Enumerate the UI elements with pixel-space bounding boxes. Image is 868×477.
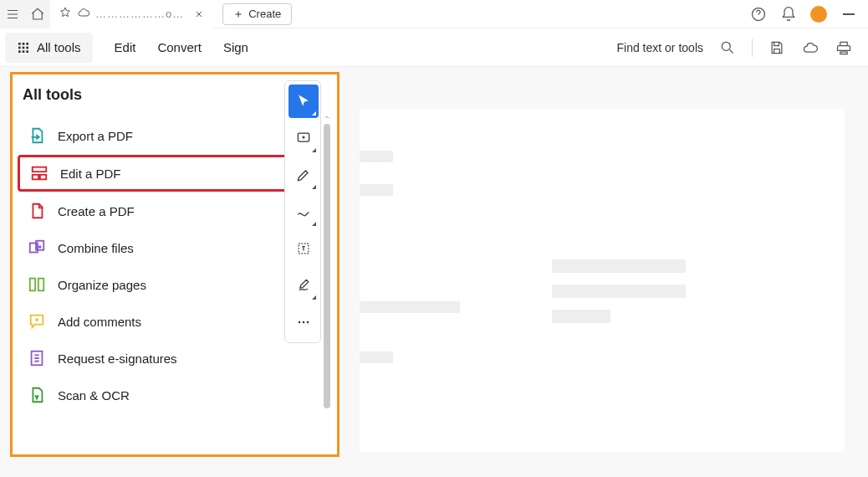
menu-convert[interactable]: Convert <box>157 40 202 54</box>
svg-point-21 <box>299 321 301 324</box>
combine-icon <box>28 238 46 257</box>
more-tools-icon <box>295 314 312 331</box>
panel-scrollbar[interactable] <box>322 112 332 447</box>
create-button[interactable]: Create <box>222 3 292 25</box>
tool-label: Scan & OCR <box>58 388 130 403</box>
svg-rect-12 <box>33 175 38 180</box>
search-label[interactable]: Find text or tools <box>617 41 704 54</box>
search-icon[interactable] <box>718 38 737 57</box>
select-tool-icon <box>295 93 312 110</box>
vertical-toolbar <box>284 80 321 343</box>
more-tools-button[interactable] <box>288 305 319 339</box>
highlight-tool-icon <box>295 167 312 183</box>
tool-create-pdf[interactable]: Create a PDF <box>18 192 317 229</box>
esign-icon <box>28 349 46 367</box>
tool-label: Add comments <box>58 315 141 329</box>
close-tab-button[interactable] <box>191 6 207 23</box>
menu-bar-right: Find text or tools <box>617 38 869 57</box>
document-viewport[interactable] <box>360 109 845 452</box>
svg-rect-9 <box>26 50 28 53</box>
highlight-tool-button[interactable] <box>288 158 319 192</box>
placeholder <box>552 310 610 323</box>
placeholder <box>552 259 686 273</box>
placeholder <box>360 184 393 196</box>
help-icon[interactable] <box>749 5 768 23</box>
edit-pdf-icon <box>30 164 49 182</box>
tool-add-comments[interactable]: Add comments <box>18 303 317 340</box>
tool-label: Edit a PDF <box>60 167 121 181</box>
tool-label: Request e-signatures <box>58 351 177 366</box>
menu-bar: All tools Edit Convert Sign Find text or… <box>0 28 868 67</box>
content-area: All tools Export a PDF Edit a PDF Create… <box>0 67 868 477</box>
tool-export-pdf[interactable]: Export a PDF <box>18 117 317 154</box>
tool-label: Create a PDF <box>58 204 135 218</box>
svg-rect-5 <box>23 46 25 49</box>
export-pdf-icon <box>28 126 46 145</box>
svg-point-23 <box>307 321 309 324</box>
svg-rect-4 <box>18 46 21 49</box>
title-bar-left <box>0 0 50 28</box>
tool-label: Export a PDF <box>58 129 133 143</box>
profile-avatar[interactable] <box>809 5 828 23</box>
select-tool-button[interactable] <box>288 85 319 118</box>
all-tools-button[interactable]: All tools <box>5 33 93 63</box>
placeholder <box>360 301 460 313</box>
svg-point-10 <box>722 42 730 50</box>
tool-label: Combine files <box>58 241 134 255</box>
add-text-box-icon <box>295 130 312 146</box>
panel-title: All tools <box>23 86 82 104</box>
svg-point-22 <box>303 321 305 324</box>
tool-combine-files[interactable]: Combine files <box>18 229 317 266</box>
menu-edit[interactable]: Edit <box>115 40 136 54</box>
svg-rect-16 <box>30 279 35 291</box>
notifications-icon[interactable] <box>779 5 798 23</box>
title-bar: ………………o… Create <box>0 0 868 28</box>
organize-icon <box>28 275 46 294</box>
comment-icon <box>28 312 46 331</box>
divider <box>752 38 753 57</box>
title-bar-right <box>749 5 868 23</box>
tool-request-esignatures[interactable]: Request e-signatures <box>18 340 317 377</box>
tab-title: ………………o… <box>95 8 184 20</box>
draw-tool-button[interactable] <box>288 195 319 228</box>
svg-rect-8 <box>23 50 25 53</box>
svg-rect-13 <box>40 175 46 180</box>
placeholder <box>552 285 686 298</box>
svg-rect-17 <box>38 279 43 291</box>
svg-rect-2 <box>23 43 25 45</box>
cloud-icon <box>77 6 95 22</box>
tool-scan-ocr[interactable]: Scan & OCR <box>18 377 317 413</box>
svg-rect-11 <box>33 167 47 172</box>
tool-label: Organize pages <box>58 278 146 292</box>
minimize-window-button[interactable] <box>840 5 858 23</box>
cloud-sync-icon[interactable] <box>801 38 819 57</box>
menu-sign[interactable]: Sign <box>223 40 248 54</box>
save-icon[interactable] <box>768 38 786 57</box>
placeholder <box>360 151 393 162</box>
scroll-thumb[interactable] <box>324 124 330 408</box>
tool-edit-pdf[interactable]: Edit a PDF <box>18 155 317 192</box>
svg-rect-1 <box>18 43 21 45</box>
placeholder <box>360 351 393 363</box>
scroll-up-icon[interactable] <box>322 112 332 122</box>
document-tab[interactable]: ………………o… <box>50 0 212 28</box>
fill-sign-button[interactable] <box>288 269 319 302</box>
star-icon[interactable] <box>59 6 77 22</box>
svg-rect-3 <box>26 43 28 45</box>
print-icon[interactable] <box>835 38 853 57</box>
svg-rect-7 <box>18 50 21 53</box>
fill-sign-icon <box>295 277 312 294</box>
grid-icon <box>17 41 30 54</box>
tool-organize-pages[interactable]: Organize pages <box>18 266 317 303</box>
add-text-box-button[interactable] <box>288 121 319 155</box>
create-button-label: Create <box>248 8 281 20</box>
home-button[interactable] <box>25 0 50 28</box>
create-pdf-icon <box>28 202 46 220</box>
hamburger-menu-button[interactable] <box>0 0 25 28</box>
svg-rect-6 <box>26 46 28 49</box>
text-select-button[interactable] <box>288 232 319 265</box>
draw-tool-icon <box>295 203 312 220</box>
scan-icon <box>28 386 46 404</box>
text-select-icon <box>295 240 312 257</box>
all-tools-label: All tools <box>37 40 81 54</box>
